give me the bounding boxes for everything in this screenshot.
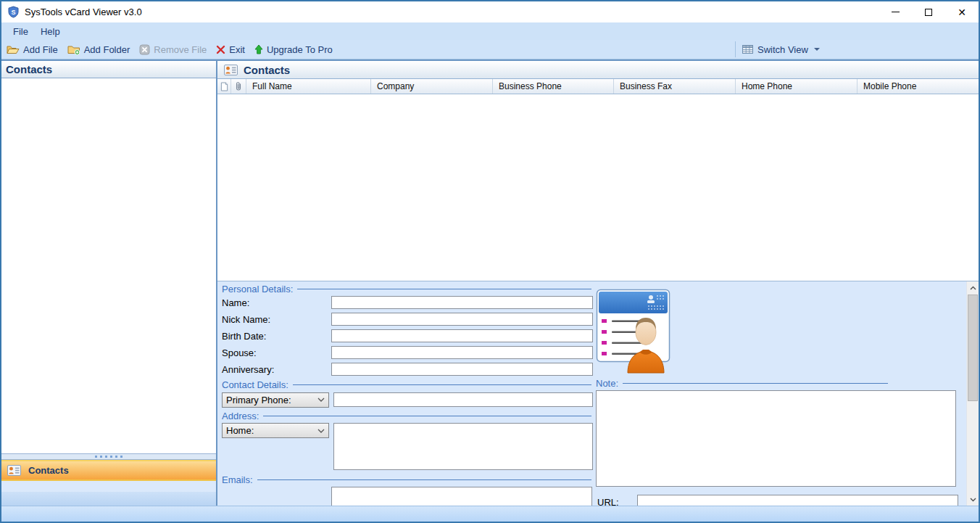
name-label: Name: [222, 297, 331, 308]
emails-title: Emails: [222, 474, 253, 485]
maximize-button[interactable] [912, 1, 945, 22]
menu-bar: File Help [1, 22, 979, 40]
group-divider [257, 479, 591, 480]
column-header-company[interactable]: Company [371, 79, 493, 94]
spouse-row: Spouse: [222, 346, 593, 359]
upgrade-to-pro-button[interactable]: Upgrade To Pro [252, 41, 335, 57]
contacts-panel-header: Contacts [217, 61, 979, 79]
column-header-full-name[interactable]: Full Name [246, 79, 371, 94]
note-group: Note: [596, 378, 963, 388]
url-label: URL: [597, 497, 637, 506]
remove-disabled-icon [139, 44, 150, 55]
add-file-button[interactable]: Add File [4, 41, 60, 57]
chevron-down-icon [317, 398, 325, 402]
add-folder-label: Add Folder [84, 44, 130, 55]
address-title: Address: [222, 411, 259, 421]
add-file-label: Add File [23, 44, 58, 55]
details-left-column: Personal Details: Name: Nick Name: Birth… [217, 281, 594, 506]
switch-view-button[interactable]: Switch View [735, 41, 820, 57]
emails-group: Emails: [222, 474, 593, 485]
exit-label: Exit [229, 44, 245, 55]
title-bar: S SysTools vCard Viewer v3.0 ✕ [1, 1, 979, 22]
group-divider [263, 416, 591, 416]
minimize-button[interactable] [879, 1, 912, 22]
contacts-table-body[interactable] [217, 94, 979, 281]
upgrade-to-pro-label: Upgrade To Pro [267, 44, 333, 55]
exit-button[interactable]: Exit [214, 41, 247, 57]
birth-date-row: Birth Date: [222, 329, 593, 342]
scrollbar-thumb[interactable] [968, 295, 978, 401]
primary-phone-row: Primary Phone: [222, 392, 593, 408]
emails-field[interactable] [331, 487, 592, 506]
primary-phone-field[interactable] [333, 392, 593, 407]
sidebar-header: Contacts [1, 61, 216, 78]
contact-card-icon [7, 465, 21, 476]
group-divider [293, 384, 591, 385]
scroll-down-button[interactable] [967, 493, 979, 506]
column-header-business-fax[interactable]: Business Fax [614, 79, 736, 94]
add-folder-button[interactable]: Add Folder [65, 41, 133, 57]
grid-view-icon [742, 45, 753, 54]
note-field[interactable] [596, 390, 956, 487]
open-folder-icon [7, 44, 20, 54]
close-icon: ✕ [958, 7, 966, 17]
red-x-icon [216, 45, 225, 54]
svg-text:S: S [11, 9, 15, 16]
contacts-sidebar: Contacts Contacts [1, 61, 217, 506]
personal-details-group: Personal Details: [222, 284, 593, 294]
birth-date-label: Birth Date: [222, 331, 331, 342]
column-header-home-phone[interactable]: Home Phone [736, 79, 858, 94]
app-icon: S [7, 6, 20, 18]
menu-file[interactable]: File [13, 26, 28, 37]
contact-details-pane: Personal Details: Name: Nick Name: Birth… [217, 281, 979, 506]
spouse-field[interactable] [331, 346, 593, 359]
anniversary-field[interactable] [331, 363, 593, 376]
address-field[interactable] [333, 423, 593, 470]
column-header-business-phone[interactable]: Business Phone [493, 79, 614, 94]
window-title: SysTools vCard Viewer v3.0 [25, 7, 142, 17]
name-field[interactable] [331, 296, 593, 309]
nick-name-row: Nick Name: [222, 313, 593, 326]
address-type-selected: Home: [226, 425, 254, 436]
remove-file-label: Remove File [154, 44, 207, 55]
splitter-handle[interactable] [1, 453, 216, 460]
document-column-header[interactable] [217, 79, 231, 94]
document-icon [220, 82, 228, 91]
phone-type-selected: Primary Phone: [226, 395, 291, 405]
nick-name-field[interactable] [331, 313, 593, 326]
address-row: Home: [222, 423, 593, 470]
birth-date-field[interactable] [331, 329, 593, 342]
sidebar-contacts-button[interactable]: Contacts [1, 460, 216, 481]
url-field[interactable] [637, 495, 958, 506]
switch-view-label: Switch View [757, 44, 808, 55]
window-controls: ✕ [879, 1, 979, 22]
name-row: Name: [222, 296, 593, 309]
contacts-tree-list[interactable] [1, 78, 216, 453]
group-divider [623, 383, 888, 384]
remove-file-button: Remove File [137, 41, 209, 57]
address-type-dropdown[interactable]: Home: [222, 423, 329, 438]
close-button[interactable]: ✕ [945, 1, 979, 22]
scroll-up-button[interactable] [967, 281, 979, 294]
spouse-label: Spouse: [222, 347, 331, 358]
app-window: S SysTools vCard Viewer v3.0 ✕ File Help… [0, 0, 980, 523]
url-row: URL: [597, 495, 963, 506]
menu-help[interactable]: Help [41, 26, 60, 37]
contacts-panel: Contacts Full Name Company Business Phon… [217, 61, 979, 506]
maximize-icon [925, 9, 932, 16]
green-up-arrow-icon [254, 44, 263, 54]
phone-type-dropdown[interactable]: Primary Phone: [222, 392, 329, 408]
contact-photo-placeholder [596, 289, 676, 374]
contacts-panel-title: Contacts [244, 64, 290, 76]
contact-details-group: Contact Details: [222, 379, 593, 390]
chevron-down-icon [814, 48, 820, 51]
details-scrollbar[interactable] [966, 281, 979, 506]
toolbar: Add File Add Folder Remove File [1, 40, 979, 59]
chevron-up-icon [970, 286, 976, 290]
nick-name-label: Nick Name: [222, 314, 331, 325]
folder-plus-icon [67, 44, 80, 55]
status-strip [1, 506, 979, 522]
contact-card-icon [224, 65, 238, 75]
attachment-column-header[interactable] [231, 79, 246, 94]
column-header-mobile-phone[interactable]: Mobile Phone [858, 79, 979, 94]
